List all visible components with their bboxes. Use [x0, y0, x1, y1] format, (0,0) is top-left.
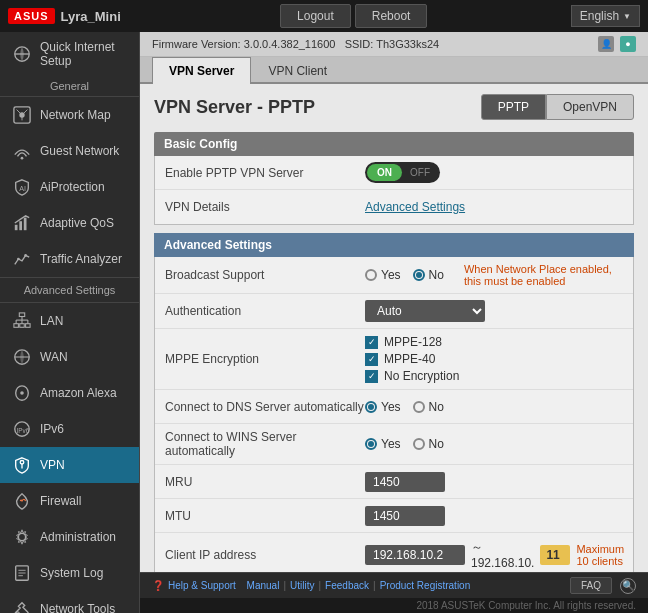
- aiprotection-icon: AI: [12, 177, 32, 197]
- svg-rect-9: [15, 225, 18, 230]
- sidebar-item-traffic-analyzer[interactable]: Traffic Analyzer: [0, 241, 139, 277]
- sidebar-item-guest-network[interactable]: Guest Network: [0, 133, 139, 169]
- wins-no[interactable]: No: [413, 437, 444, 451]
- sidebar: Quick Internet Setup General Network Map: [0, 32, 140, 613]
- svg-rect-14: [19, 313, 24, 317]
- mru-row: MRU: [155, 465, 633, 499]
- dns-no-radio: [413, 401, 425, 413]
- brand: ASUS Lyra_Mini: [8, 8, 121, 24]
- broadcast-no[interactable]: No: [413, 268, 444, 282]
- search-icon[interactable]: 🔍: [620, 578, 636, 594]
- mtu-input[interactable]: [365, 506, 445, 526]
- enable-pptp-control: ON OFF: [365, 162, 623, 183]
- sidebar-item-label: Network Tools: [40, 602, 115, 613]
- help-support-link[interactable]: Help & Support: [168, 580, 236, 591]
- logout-button[interactable]: Logout: [280, 4, 351, 28]
- faq-button[interactable]: FAQ: [570, 577, 612, 594]
- client-ip-end[interactable]: [540, 545, 570, 565]
- dns-row: Connect to DNS Server automatically Yes …: [155, 390, 633, 424]
- network-map-icon: [12, 105, 32, 125]
- no-encryption-item[interactable]: No Encryption: [365, 369, 623, 383]
- sidebar-item-administration[interactable]: Administration: [0, 519, 139, 555]
- dns-no-label: No: [429, 400, 444, 414]
- sidebar-item-network-tools[interactable]: Network Tools: [0, 591, 139, 613]
- vpn-details-control: Advanced Settings: [365, 200, 623, 214]
- wins-no-radio: [413, 438, 425, 450]
- dns-yes[interactable]: Yes: [365, 400, 401, 414]
- firmware-info: Firmware Version: 3.0.0.4.382_11600 SSID…: [152, 38, 439, 50]
- mppe-row: MPPE Encryption MPPE-128 MPPE-40: [155, 329, 633, 390]
- sidebar-item-label: LAN: [40, 314, 63, 328]
- product-reg-link[interactable]: Product Registration: [380, 580, 471, 591]
- mru-label: MRU: [165, 475, 365, 489]
- sidebar-item-network-map[interactable]: Network Map: [0, 97, 139, 133]
- wan-icon: [12, 347, 32, 367]
- client-ip-start[interactable]: [365, 545, 465, 565]
- broadcast-yes[interactable]: Yes: [365, 268, 401, 282]
- broadcast-warning: When Network Place enabled, this must be…: [464, 263, 623, 287]
- sidebar-item-label: VPN: [40, 458, 65, 472]
- svg-point-12: [17, 258, 20, 261]
- mppe-40-checkbox: [365, 353, 378, 366]
- sidebar-item-label: IPv6: [40, 422, 64, 436]
- sidebar-item-wan[interactable]: WAN: [0, 339, 139, 375]
- dns-no[interactable]: No: [413, 400, 444, 414]
- sidebar-item-amazon-alexa[interactable]: Amazon Alexa: [0, 375, 139, 411]
- advanced-settings-link[interactable]: Advanced Settings: [365, 200, 465, 214]
- broadcast-yes-label: Yes: [381, 268, 401, 282]
- sidebar-item-adaptive-qos[interactable]: Adaptive QoS: [0, 205, 139, 241]
- auth-control: Auto: [365, 300, 623, 322]
- basic-config-section: Basic Config Enable PPTP VPN Server ON O…: [154, 132, 634, 225]
- auth-row: Authentication Auto: [155, 294, 633, 329]
- feedback-link[interactable]: Feedback: [325, 580, 369, 591]
- utility-link[interactable]: Utility: [290, 580, 314, 591]
- network-tools-icon: [12, 599, 32, 613]
- openvpn-button[interactable]: OpenVPN: [546, 94, 634, 120]
- svg-line-4: [17, 110, 22, 115]
- wins-no-label: No: [429, 437, 444, 451]
- reboot-button[interactable]: Reboot: [355, 4, 428, 28]
- asus-logo: ASUS: [8, 8, 55, 24]
- mppe-40-label: MPPE-40: [384, 352, 435, 366]
- max-clients-label: Maximum 10 clients: [576, 543, 624, 567]
- client-ip-label: Client IP address: [165, 548, 365, 562]
- language-select[interactable]: English ▼: [571, 5, 640, 27]
- sidebar-item-firewall[interactable]: Firewall: [0, 483, 139, 519]
- tab-vpn-server[interactable]: VPN Server: [152, 57, 251, 84]
- sidebar-item-aiprotection[interactable]: AI AiProtection: [0, 169, 139, 205]
- mppe-128-checkbox: [365, 336, 378, 349]
- sidebar-item-system-log[interactable]: System Log: [0, 555, 139, 591]
- auth-select[interactable]: Auto: [365, 300, 485, 322]
- broadcast-row: Broadcast Support Yes No: [155, 257, 633, 294]
- manual-link[interactable]: Manual: [247, 580, 280, 591]
- sidebar-item-vpn[interactable]: VPN: [0, 447, 139, 483]
- sidebar-item-lan[interactable]: LAN: [0, 303, 139, 339]
- toggle-on-label: ON: [367, 164, 402, 181]
- basic-config-header: Basic Config: [154, 132, 634, 156]
- amazon-alexa-icon: [12, 383, 32, 403]
- wins-yes-label: Yes: [381, 437, 401, 451]
- advanced-settings-section: Advanced Settings Broadcast Support Yes: [154, 233, 634, 572]
- pptp-button[interactable]: PPTP: [481, 94, 546, 120]
- ssid-value: Th3G33ks24: [376, 38, 439, 50]
- enable-pptp-toggle[interactable]: ON OFF: [365, 162, 440, 183]
- mtu-control: [365, 506, 623, 526]
- mppe-128-item[interactable]: MPPE-128: [365, 335, 623, 349]
- no-encryption-label: No Encryption: [384, 369, 459, 383]
- mru-input[interactable]: [365, 472, 445, 492]
- sidebar-item-ipv6[interactable]: IPv6 IPv6: [0, 411, 139, 447]
- traffic-analyzer-icon: [12, 249, 32, 269]
- tab-vpn-client[interactable]: VPN Client: [251, 57, 344, 84]
- guest-network-icon: [12, 141, 32, 161]
- sidebar-item-quick-internet-setup[interactable]: Quick Internet Setup: [0, 32, 139, 76]
- firewall-icon: [12, 491, 32, 511]
- page-content: VPN Server - PPTP PPTP OpenVPN Basic Con…: [140, 84, 648, 572]
- mppe-40-item[interactable]: MPPE-40: [365, 352, 623, 366]
- mppe-control: MPPE-128 MPPE-40 No Encryption: [365, 335, 623, 383]
- sidebar-item-label: Administration: [40, 530, 116, 544]
- wins-yes[interactable]: Yes: [365, 437, 401, 451]
- tabs-bar: VPN Server VPN Client: [140, 57, 648, 84]
- sidebar-item-label: WAN: [40, 350, 68, 364]
- protocol-tabs: PPTP OpenVPN: [481, 94, 634, 120]
- svg-rect-10: [19, 221, 22, 230]
